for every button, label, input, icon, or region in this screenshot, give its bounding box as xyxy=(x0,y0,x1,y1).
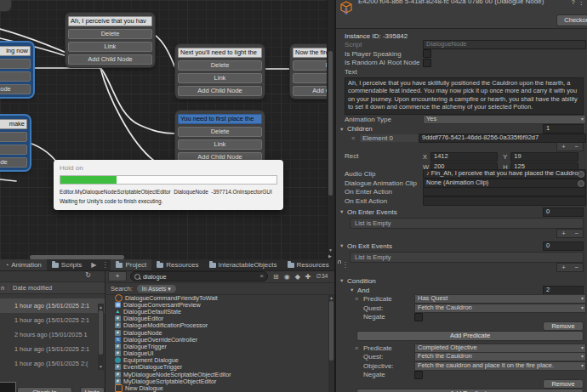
children-foldout-icon[interactable]: ▼ xyxy=(339,127,347,132)
on-exit-events-foldout-icon[interactable]: ▼ xyxy=(339,243,347,248)
scroll-up-icon[interactable]: ▲ xyxy=(99,304,103,310)
negate-checkbox[interactable] xyxy=(414,371,423,379)
delete-button[interactable]: Delete xyxy=(0,59,31,69)
tab-animation[interactable]: ◔ Animation xyxy=(0,259,47,270)
node-title-field[interactable]: Ah, I perceive that you hav xyxy=(68,16,152,26)
object-picker-icon[interactable] xyxy=(578,180,584,187)
predicate-dropdown[interactable]: Has Quest xyxy=(414,294,586,304)
file-row[interactable]: 1 hour ago (15/01/2025 2:1 xyxy=(0,342,105,356)
object-picker-icon[interactable] xyxy=(578,171,584,178)
add-predicate-button[interactable]: Add Predicate xyxy=(356,331,584,341)
add-event-button[interactable]: + xyxy=(561,264,565,270)
add-child-node-button[interactable]: Add Child Node xyxy=(0,157,27,168)
add-child-node-button[interactable]: Add Child Node xyxy=(68,54,152,65)
animation-type-dropdown[interactable]: Yes xyxy=(423,115,586,124)
tab-resources-2[interactable]: Resources xyxy=(282,259,334,270)
dialogue-node-perceive[interactable]: Ah, I perceive that you hav Delete Link … xyxy=(66,13,155,67)
link-button[interactable]: Link xyxy=(0,71,31,82)
quest-dropdown[interactable]: Fetch the Cauldron xyxy=(414,304,586,313)
more-tabs-icon[interactable]: ▶ xyxy=(88,261,99,269)
asset-row[interactable]: New Dialogue xyxy=(105,384,328,391)
negate-checkbox[interactable] xyxy=(414,313,423,321)
dialogue-node-next[interactable]: Next you'll need to light the Delete Lin… xyxy=(175,44,265,99)
panel-menu-icon[interactable]: ⋮ xyxy=(339,261,351,269)
project-vertical-scrollbar[interactable]: ▲ xyxy=(328,294,334,392)
search-scope-dropdown[interactable]: In Assets ▾ xyxy=(137,285,176,293)
node-title-field[interactable]: make xyxy=(0,119,27,129)
remove-predicate-button[interactable]: Remove xyxy=(543,321,584,331)
condition-foldout-icon[interactable]: ▼ xyxy=(339,278,347,283)
dialogue-node-place-selected[interactable]: You need to first place the Delete Link … xyxy=(175,111,265,165)
node-title-field[interactable]: You need to first place the xyxy=(178,114,262,124)
file-row[interactable]: 2 hours ago (15/01/2025 1 xyxy=(0,327,105,342)
graph-vertical-scrollbar[interactable]: ▼ ▶ xyxy=(327,0,334,259)
delete-button[interactable]: Delete xyxy=(68,29,152,39)
link-button[interactable]: Link xyxy=(178,73,262,83)
search-by-type-icon[interactable]: ◉ xyxy=(284,273,290,281)
remove-event-button[interactable]: − xyxy=(574,264,578,270)
remove-predicate-button[interactable]: Remove xyxy=(543,379,584,389)
checkout-button[interactable]: Checkout xyxy=(556,14,587,26)
dialogue-node-player-1[interactable]: ing now Delete Link Add Child Node xyxy=(0,43,33,97)
scroll-down-icon[interactable]: ▼ xyxy=(99,364,103,369)
scroll-up-icon[interactable]: ▲ xyxy=(329,295,333,300)
on-exit-events-count-field[interactable]: 0 xyxy=(543,241,584,251)
search-box[interactable]: × xyxy=(130,271,268,281)
link-button[interactable]: Link xyxy=(68,42,152,52)
is-player-speaking-checkbox[interactable] xyxy=(423,49,431,58)
drag-handle-icon[interactable]: ≡ xyxy=(355,296,363,302)
file-row[interactable]: 1 hour ago (15/01/2025 2:( xyxy=(0,356,105,371)
dialogue-animation-clip-field[interactable]: None (Animation Clip) xyxy=(423,179,586,188)
add-child-node-button[interactable]: Add Child Node xyxy=(0,84,31,94)
scrollbar-handle[interactable] xyxy=(329,301,333,361)
add-event-button[interactable]: + xyxy=(561,230,565,236)
children-count-field[interactable]: 1 xyxy=(543,124,584,134)
delete-button[interactable]: Delete xyxy=(178,127,262,137)
drag-handle-icon[interactable]: ≡ xyxy=(355,345,363,351)
on-exit-action-field[interactable] xyxy=(423,196,586,206)
check-in-changes-button[interactable]: Check In Changes xyxy=(17,387,72,392)
add-element-button[interactable]: + xyxy=(561,144,565,150)
tab-scripts[interactable]: Scripts xyxy=(47,259,87,270)
undo-button[interactable]: Undo xyxy=(80,387,105,392)
remove-element-button[interactable]: − xyxy=(574,144,578,150)
rect-y-field[interactable]: 19 xyxy=(510,152,578,162)
scroll-right-icon[interactable]: ▶ xyxy=(328,253,332,258)
help-icon[interactable]: ? xyxy=(572,0,575,6)
on-enter-events-count-field[interactable]: 0 xyxy=(543,207,584,217)
delete-button[interactable]: Delete xyxy=(178,60,262,71)
link-button[interactable]: Link xyxy=(0,145,27,155)
file-row[interactable]: 1 hour ago (15/01/2025 2:1 xyxy=(0,313,105,327)
clear-search-icon[interactable]: × xyxy=(259,273,264,280)
on-enter-action-field[interactable] xyxy=(423,187,586,196)
scrollbar-handle[interactable] xyxy=(328,51,333,196)
delete-button[interactable]: Delete xyxy=(0,132,27,142)
add-predicate-button[interactable]: Add Predicate xyxy=(356,389,584,392)
column-headers[interactable]: n Date modified xyxy=(0,282,105,294)
and-foldout-icon[interactable]: ▼ xyxy=(350,287,357,293)
search-by-label-icon[interactable]: ◆ xyxy=(295,273,300,281)
add-child-node-button[interactable]: Add Child Node xyxy=(178,86,262,96)
link-button[interactable]: Link xyxy=(178,139,262,150)
files-vertical-scrollbar[interactable]: ▲ ▼ xyxy=(98,304,104,370)
audio-clip-field[interactable]: ♪Fin_Ah, I perceive that you have placed… xyxy=(423,169,586,179)
objective-dropdown[interactable]: Fetch the cauldron and place it on the f… xyxy=(414,361,586,371)
dialogue-text-area[interactable]: Ah, I perceive that you have skillfully … xyxy=(345,77,584,115)
open-in-search-icon[interactable]: ⊞ xyxy=(273,273,279,281)
scrollbar-handle[interactable] xyxy=(99,310,103,355)
predicate-dropdown[interactable]: Completed Objective xyxy=(414,344,586,353)
refresh-icon[interactable]: ↻ xyxy=(85,271,91,279)
file-row[interactable]: 1 hour ago (15/01/2025 2:1 xyxy=(0,298,105,313)
search-input[interactable] xyxy=(143,273,257,281)
tab-interactableobjects[interactable]: InteractableObjects xyxy=(204,259,282,270)
drag-handle-icon[interactable]: ≡ xyxy=(351,135,360,141)
scroll-down-icon[interactable]: ▼ xyxy=(328,247,333,253)
rect-x-field[interactable]: 1412 xyxy=(430,152,498,162)
tab-resources[interactable]: Resources xyxy=(151,259,203,270)
dialogue-node-player-2[interactable]: make Delete Link Add Child Node xyxy=(0,116,30,170)
quest-dropdown[interactable]: Fetch the Cauldron xyxy=(414,352,586,361)
and-count-field[interactable]: 2 xyxy=(543,286,584,295)
hidden-count-badge[interactable]: ∅34 xyxy=(316,273,328,280)
tab-project[interactable]: Project xyxy=(111,259,151,270)
context-menu-icon[interactable]: ⋮ xyxy=(578,0,584,6)
